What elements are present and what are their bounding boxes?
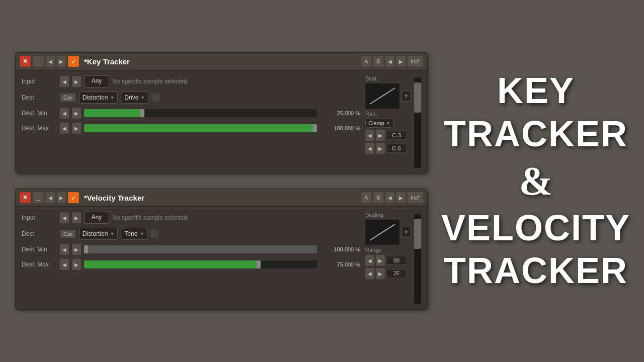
- range1-next[interactable]: ▶: [376, 130, 385, 141]
- vel-enable-button[interactable]: ✓: [68, 192, 79, 203]
- clamp-value: Clamp: [368, 120, 384, 126]
- ampersand-text: &: [519, 158, 553, 204]
- scrollbar-thumb[interactable]: [414, 82, 421, 113]
- vertical-scrollbar[interactable]: [414, 77, 421, 168]
- vel-scaling-dropdown[interactable]: ▼: [401, 227, 411, 238]
- vel-scaling-graph[interactable]: [365, 220, 399, 245]
- input-any[interactable]: Any: [84, 75, 109, 87]
- vel-prev2-button[interactable]: ◀: [385, 192, 394, 203]
- vel-range1-prev[interactable]: ◀: [365, 255, 374, 266]
- vel-init-button[interactable]: Init*: [408, 192, 423, 203]
- vel-dest-min-value: -100.000 %: [320, 246, 360, 252]
- range2-next[interactable]: ▶: [376, 143, 385, 154]
- next2-button[interactable]: ▶: [396, 56, 406, 67]
- vel-minimize-button[interactable]: _: [33, 192, 44, 203]
- vel-dest-min-prev[interactable]: ◀: [60, 244, 69, 255]
- key-tracker-main: Input ◀ ▶ Any No specific sample selecte…: [22, 75, 360, 168]
- vel-dest-min-slider-track[interactable]: [84, 245, 317, 253]
- vel-dest-plugin-dropdown[interactable]: Distortion ▼: [79, 228, 118, 240]
- range2-prev[interactable]: ◀: [365, 143, 374, 154]
- vel-dest-min-next[interactable]: ▶: [72, 244, 81, 255]
- chevron-down-icon: ▼: [110, 231, 114, 236]
- chevron-down-icon: ▼: [110, 95, 114, 100]
- vel-input-prev[interactable]: ◀: [60, 212, 69, 223]
- dest-max-next[interactable]: ▶: [72, 123, 81, 134]
- vel-dest-max-prev[interactable]: ◀: [60, 259, 69, 270]
- key-tracker-body: Input ◀ ▶ Any No specific sample selecte…: [16, 70, 427, 173]
- enable-button[interactable]: ✓: [68, 56, 79, 67]
- vel-dest-max-slider-track[interactable]: [84, 260, 317, 268]
- prev2-button[interactable]: ◀: [385, 56, 394, 67]
- dest-max-row: Dest. Max ◀ ▶ 100.000 %: [22, 123, 360, 134]
- chevron-down-icon: ▼: [140, 95, 145, 100]
- vel-input-any[interactable]: Any: [84, 212, 109, 224]
- ab-b-button[interactable]: B: [373, 56, 383, 67]
- close-button[interactable]: ✕: [20, 56, 31, 67]
- vel-ab-a-button[interactable]: A: [361, 192, 371, 203]
- dest-min-prev[interactable]: ◀: [60, 108, 69, 119]
- vel-dest-label: Dest.: [22, 230, 57, 237]
- velocity-tracker-title: *Velocity Tracker: [84, 194, 356, 202]
- vel-next2-button[interactable]: ▶: [396, 192, 406, 203]
- prev-button[interactable]: ◀: [46, 56, 55, 67]
- dest-min-next[interactable]: ▶: [72, 108, 81, 119]
- chevron-down-icon: ▼: [404, 230, 409, 235]
- dest-min-slider-track[interactable]: [84, 109, 317, 117]
- vel-range2-prev[interactable]: ◀: [365, 268, 374, 279]
- vel-dest-max-fill: [84, 260, 259, 268]
- key-tracker-title: *Key Tracker: [84, 57, 356, 66]
- vel-range2-next[interactable]: ▶: [376, 268, 385, 279]
- dest-param-dropdown[interactable]: Drive ▼: [121, 92, 148, 104]
- next-button[interactable]: ▶: [57, 56, 66, 67]
- scaling-graph[interactable]: [365, 83, 399, 109]
- dest-param-value: Drive: [124, 94, 138, 101]
- vel-scrollbar-thumb[interactable]: [414, 219, 421, 249]
- dest-max-slider-container: [84, 124, 317, 132]
- dest-min-thumb[interactable]: [140, 109, 144, 117]
- dest-label: Dest.: [22, 94, 57, 101]
- vel-input-label: Input: [22, 214, 57, 221]
- input-prev[interactable]: ◀: [60, 76, 69, 87]
- vel-dest-min-row: Dest. Min ◀ ▶ -100.000 %: [22, 244, 360, 255]
- range2-value: C-6: [386, 144, 407, 153]
- chevron-down-icon: ▼: [386, 121, 390, 126]
- dest-max-thumb[interactable]: [313, 124, 317, 132]
- vel-prev-button[interactable]: ◀: [46, 192, 55, 203]
- vel-input-next[interactable]: ▶: [72, 212, 81, 223]
- dest-cur[interactable]: Cur: [60, 93, 76, 102]
- range2-row: ◀ ▶ C-6: [365, 143, 411, 154]
- vel-next-button[interactable]: ▶: [57, 192, 66, 203]
- left-panel: ✕ _ ◀ ▶ ✓ *Key Tracker A B ◀ ▶ Init* Inp…: [0, 0, 428, 362]
- range-label: Ran.: [365, 111, 411, 117]
- range1-prev[interactable]: ◀: [365, 130, 374, 141]
- vel-dest-min-slider-container: [84, 245, 317, 253]
- vel-range-label: Range: [365, 247, 411, 253]
- vel-ab-b-button[interactable]: B: [373, 192, 383, 203]
- vel-close-button[interactable]: ✕: [20, 192, 31, 203]
- scaling-dropdown[interactable]: ▼: [401, 90, 411, 102]
- vel-dest-cur[interactable]: Cur: [60, 229, 76, 238]
- init-button[interactable]: Init*: [408, 56, 423, 67]
- dest-row: Dest. Cur Distortion ▼ Drive ▼: [22, 92, 360, 104]
- ab-a-button[interactable]: A: [361, 56, 371, 67]
- minimize-button[interactable]: _: [33, 56, 44, 67]
- dest-max-prev[interactable]: ◀: [60, 123, 69, 134]
- vel-range1-row: ◀ ▶ 00: [365, 255, 411, 266]
- vel-range1-value: 00: [386, 256, 407, 265]
- velocity-tracker-body: Input ◀ ▶ Any No specific sample selecte…: [16, 207, 427, 309]
- input-next[interactable]: ▶: [72, 76, 81, 87]
- vel-vertical-scrollbar[interactable]: [414, 214, 421, 304]
- dest-max-value: 100.000 %: [320, 125, 360, 131]
- vel-dest-max-next[interactable]: ▶: [72, 259, 81, 270]
- dest-max-slider-track[interactable]: [84, 124, 317, 132]
- vel-range1-next[interactable]: ▶: [376, 255, 385, 266]
- no-sample-text: No specific sample selected: [112, 78, 187, 85]
- key-tracker-header: ✕ _ ◀ ▶ ✓ *Key Tracker A B ◀ ▶ Init*: [16, 53, 427, 70]
- dest-plugin-dropdown[interactable]: Distortion ▼: [79, 92, 118, 104]
- clamp-dropdown[interactable]: Clamp ▼: [365, 119, 393, 128]
- vel-dest-min-thumb[interactable]: [84, 245, 88, 253]
- dest-min-fill: [84, 109, 142, 117]
- chevron-down-icon: ▼: [139, 231, 144, 236]
- vel-dest-param-dropdown[interactable]: Tone ▼: [121, 228, 147, 240]
- vel-dest-max-thumb[interactable]: [257, 260, 261, 268]
